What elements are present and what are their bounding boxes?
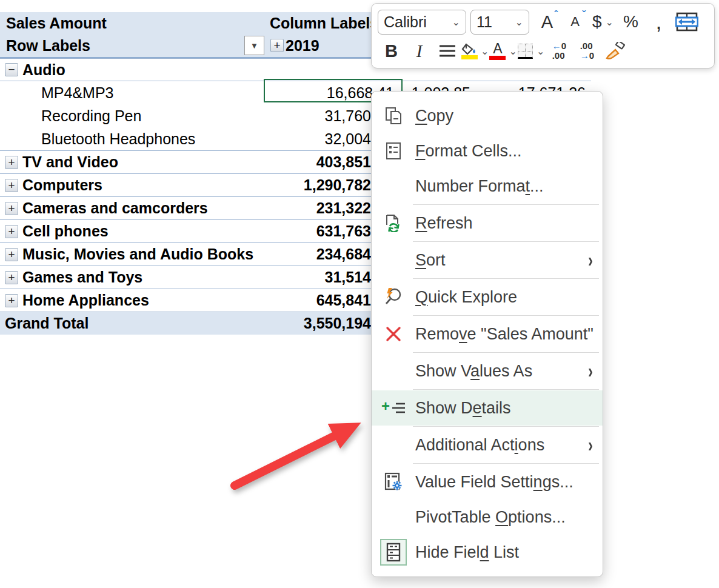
menu-separator: [413, 463, 599, 464]
expand-button[interactable]: +: [5, 225, 18, 238]
expand-plus-icon: +: [8, 248, 15, 261]
row-label: Games and Toys: [22, 269, 142, 286]
menu-separator: [413, 352, 599, 353]
comma-style-button[interactable]: ,: [645, 8, 672, 35]
percent-style-button[interactable]: %: [617, 8, 644, 35]
mini-format-toolbar: Calibri ⌄ 11 ⌄ A ˆ A ˇ $ ⌄ %: [371, 3, 715, 68]
menu-separator: [413, 204, 599, 205]
chevron-down-icon: ⌄: [537, 45, 544, 57]
collapse-button[interactable]: −: [5, 63, 18, 76]
chevron-down-icon: ⌄: [481, 45, 489, 57]
row-label: Bluetooth Headphones: [41, 130, 195, 148]
menu-item-quick-explore[interactable]: Quick Explore: [372, 279, 603, 315]
bold-button[interactable]: B: [378, 38, 405, 64]
row-label-cell[interactable]: Grand Total: [0, 315, 265, 332]
row-label-cell[interactable]: + Games and Toys: [0, 269, 265, 286]
menu-item-hide-field-list[interactable]: Hide Field List: [372, 535, 603, 570]
decrease-font-size-button[interactable]: A ˇ: [561, 8, 589, 35]
column-labels-header: Column Labels: [270, 15, 378, 32]
menu-item-number-format[interactable]: Number Format...: [372, 169, 603, 204]
row-label-cell[interactable]: Recording Pen: [0, 107, 265, 125]
bold-icon: B: [385, 41, 398, 61]
menu-item-show-details[interactable]: + Show Details: [372, 390, 603, 426]
menu-item-show-values-as[interactable]: Show Values As ›: [372, 353, 603, 389]
chevron-down-icon: ⌄: [606, 16, 614, 28]
row-label-cell[interactable]: + Cell phones: [0, 222, 265, 240]
menu-separator: [413, 278, 599, 279]
menu-item-value-field-settings[interactable]: Value Field Settings...: [372, 464, 603, 499]
font-size-value: 11: [477, 13, 492, 31]
toolbar-row-1: Calibri ⌄ 11 ⌄ A ˆ A ˇ $ ⌄ %: [378, 7, 709, 36]
font-color-button[interactable]: A ⌄: [489, 38, 517, 64]
font-color-icon: A: [493, 42, 502, 55]
fill-color-swatch: [461, 55, 478, 59]
expand-plus-icon: +: [8, 225, 15, 238]
chevron-down-icon: ⌄: [515, 16, 523, 28]
year-column-header: 2019: [286, 37, 319, 55]
row-label-cell[interactable]: + Cameras and camcorders: [0, 199, 265, 217]
fill-color-button[interactable]: ⌄: [461, 38, 489, 64]
format-painter-button[interactable]: [601, 38, 629, 64]
autofit-column-width-button[interactable]: [673, 8, 700, 35]
dollar-icon: $: [592, 12, 602, 32]
quick-explore-icon: [384, 287, 403, 307]
row-label-cell[interactable]: + Music, Movies and Audio Books: [0, 246, 265, 263]
caret-down-icon: ˇ: [582, 9, 586, 21]
row-label-cell[interactable]: + Home Appliances: [0, 292, 265, 309]
row-label: Music, Movies and Audio Books: [22, 246, 253, 263]
format-cells-icon: [385, 142, 402, 160]
autofit-column-width-icon: [675, 12, 698, 32]
menu-item-pivottable-options[interactable]: PivotTable Options...: [372, 499, 603, 535]
expand-button[interactable]: +: [5, 156, 18, 169]
row-label: Home Appliances: [22, 292, 149, 309]
row-label-cell[interactable]: MP4&MP3: [0, 84, 265, 102]
expand-button[interactable]: +: [5, 248, 18, 261]
increase-font-icon: A: [541, 12, 553, 32]
format-painter-icon: [604, 42, 625, 60]
expand-year-button[interactable]: +: [270, 39, 284, 52]
menu-item-additional-actions[interactable]: Additional Actions ›: [372, 427, 603, 463]
font-name-value: Calibri: [384, 13, 427, 31]
font-color-swatch: [489, 56, 506, 60]
decrease-decimal-icon: .00 →0: [580, 41, 594, 61]
comma-icon: ,: [655, 16, 661, 28]
row-labels-header: Row Labels: [6, 37, 90, 55]
borders-button[interactable]: ⌄: [518, 38, 545, 64]
expand-button[interactable]: +: [5, 202, 18, 215]
row-label-cell[interactable]: − Audio: [0, 61, 265, 79]
font-size-select[interactable]: 11 ⌄: [470, 10, 529, 35]
increase-font-size-button[interactable]: A ˆ: [533, 8, 561, 35]
row-label: Cameras and camcorders: [22, 199, 208, 217]
align-center-button[interactable]: [433, 38, 461, 64]
italic-icon: I: [416, 41, 423, 61]
row-label-cell[interactable]: + Computers: [0, 176, 265, 194]
percent-icon: %: [623, 12, 638, 32]
expand-button[interactable]: +: [5, 294, 18, 307]
menu-separator: [413, 241, 599, 242]
submenu-chevron-icon: ›: [578, 359, 603, 383]
filter-dropdown-icon: ▼: [250, 41, 258, 50]
row-label: MP4&MP3: [41, 84, 113, 102]
menu-item-copy[interactable]: Copy: [372, 98, 603, 133]
increase-decimal-button[interactable]: ←0 .00: [546, 38, 573, 64]
expand-plus-icon: +: [8, 271, 15, 284]
row-label-cell[interactable]: Bluetooth Headphones: [0, 130, 265, 148]
menu-item-remove-sales-amount[interactable]: Remove "Sales Amount": [372, 316, 603, 352]
toolbar-row-2: B I: [378, 36, 709, 65]
menu-item-sort[interactable]: Sort ›: [372, 242, 603, 278]
menu-item-format-cells[interactable]: Format Cells...: [372, 133, 603, 169]
accounting-format-button[interactable]: $ ⌄: [589, 8, 617, 35]
row-label: Cell phones: [22, 222, 109, 240]
italic-button[interactable]: I: [406, 38, 433, 64]
row-label-cell[interactable]: + TV and Video: [0, 153, 265, 171]
expand-button[interactable]: +: [5, 179, 18, 192]
menu-item-refresh[interactable]: Refresh: [372, 205, 603, 241]
expand-button[interactable]: +: [5, 271, 18, 284]
expand-plus-icon: +: [8, 156, 15, 169]
font-name-select[interactable]: Calibri ⌄: [378, 10, 466, 35]
caret-up-icon: ˆ: [554, 9, 558, 21]
submenu-chevron-icon: ›: [578, 249, 603, 272]
decrease-decimal-button[interactable]: .00 →0: [574, 38, 601, 64]
chevron-down-icon: ⌄: [509, 45, 517, 57]
row-labels-filter-button[interactable]: ▼: [244, 36, 264, 55]
